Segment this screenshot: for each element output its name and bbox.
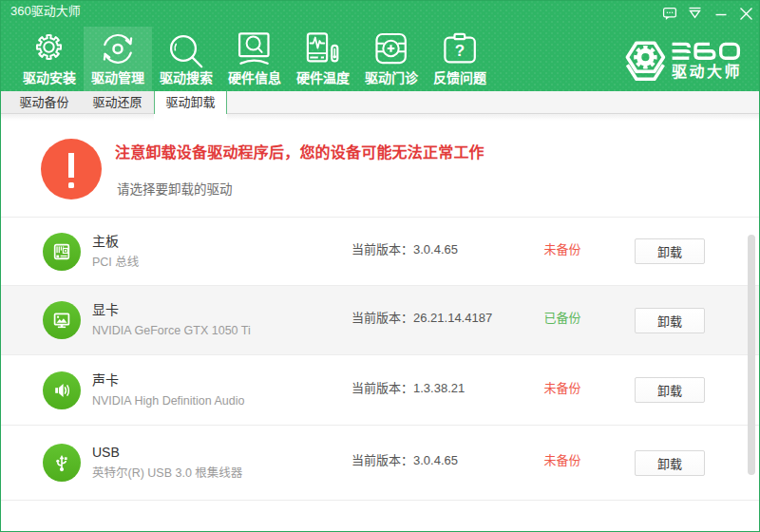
driver-names: 主板 PCI 总线 bbox=[92, 232, 139, 271]
driver-subtitle: 英特尔(R) USB 3.0 根集线器 bbox=[92, 465, 242, 483]
tabbar-filler bbox=[227, 91, 759, 114]
titlebar: 360驱动大师 bbox=[1, 1, 759, 26]
message-icon[interactable] bbox=[656, 1, 682, 26]
hexagon-gear-icon bbox=[621, 40, 669, 84]
refresh-icon bbox=[101, 28, 135, 68]
backup-status: 未备份 bbox=[528, 450, 597, 468]
usb-icon bbox=[43, 444, 81, 482]
driver-names: 显卡 NVIDIA GeForce GTX 1050 Ti bbox=[92, 301, 251, 340]
driver-row-gpu: 显卡 NVIDIA GeForce GTX 1050 Ti 当前版本：26.21… bbox=[1, 286, 759, 355]
svg-text:?: ? bbox=[455, 42, 465, 60]
warning-subtitle: 请选择要卸载的驱动 bbox=[117, 179, 233, 198]
nav-label: 硬件信息 bbox=[220, 71, 289, 85]
gpu-display-icon bbox=[43, 301, 81, 339]
monitor-search-icon bbox=[238, 28, 272, 68]
driver-title: USB bbox=[92, 444, 242, 462]
close-icon[interactable] bbox=[733, 1, 759, 26]
driver-title: 主板 bbox=[92, 232, 139, 250]
window-controls bbox=[656, 1, 759, 26]
driver-names: USB 英特尔(R) USB 3.0 根集线器 bbox=[92, 444, 242, 483]
backup-status: 已备份 bbox=[528, 308, 597, 326]
uninstall-button[interactable]: 卸载 bbox=[635, 450, 705, 476]
nav-label: 驱动搜索 bbox=[152, 71, 220, 85]
search-icon bbox=[169, 28, 203, 68]
nav-item-feedback[interactable]: ? 反馈问题 bbox=[426, 27, 494, 91]
window-title: 360驱动大师 bbox=[10, 5, 81, 17]
scrollbar-thumb[interactable] bbox=[748, 235, 755, 475]
header: 360驱动大师 bbox=[1, 1, 759, 91]
nav-item-driver-search[interactable]: 驱动搜索 bbox=[152, 27, 220, 91]
warning-icon bbox=[41, 139, 102, 200]
driver-list: 主板 PCI 总线 当前版本：3.0.4.65 未备份 卸载 bbox=[1, 217, 759, 501]
backup-status: 未备份 bbox=[528, 377, 597, 395]
tab-driver-restore[interactable]: 驱动还原 bbox=[81, 91, 154, 114]
uninstall-button[interactable]: 卸载 bbox=[635, 308, 705, 333]
warning-panel: 注意卸载设备驱动程序后，您的设备可能无法正常工作 请选择要卸载的驱动 bbox=[1, 114, 759, 217]
gear-icon bbox=[32, 28, 66, 68]
uninstall-button[interactable]: 卸载 bbox=[635, 238, 705, 264]
driver-version: 当前版本：3.0.4.65 bbox=[352, 450, 458, 468]
nav-label: 硬件温度 bbox=[289, 71, 357, 85]
app-window: 360驱动大师 bbox=[0, 0, 760, 532]
content: 注意卸载设备驱动程序后，您的设备可能无法正常工作 请选择要卸载的驱动 bbox=[1, 114, 759, 531]
driver-version: 当前版本：1.3.38.21 bbox=[352, 377, 465, 395]
driver-subtitle: PCI 总线 bbox=[92, 253, 139, 271]
skin-menu-icon[interactable] bbox=[682, 1, 708, 26]
nav-label: 驱动门诊 bbox=[357, 71, 426, 85]
minimize-icon[interactable] bbox=[708, 1, 733, 26]
nav-label: 驱动管理 bbox=[84, 71, 152, 85]
tab-driver-backup[interactable]: 驱动备份 bbox=[8, 91, 81, 114]
driver-title: 显卡 bbox=[92, 301, 251, 319]
driver-row-usb: USB 英特尔(R) USB 3.0 根集线器 当前版本：3.0.4.65 未备… bbox=[1, 426, 759, 501]
driver-version: 当前版本：26.21.14.4187 bbox=[352, 308, 492, 326]
nav-item-driver-clinic[interactable]: 驱动门诊 bbox=[357, 27, 426, 91]
main-nav: 驱动安装 驱动管理 驱动搜索 bbox=[15, 27, 494, 91]
nav-item-hardware-temp[interactable]: 硬件温度 bbox=[289, 27, 357, 91]
driver-row-audio: 声卡 NVIDIA High Definition Audio 当前版本：1.3… bbox=[1, 355, 759, 426]
warning-title: 注意卸载设备驱动程序后，您的设备可能无法正常工作 bbox=[115, 140, 484, 162]
nav-label: 驱动安装 bbox=[15, 71, 84, 85]
motherboard-icon bbox=[43, 233, 81, 271]
driver-subtitle: NVIDIA GeForce GTX 1050 Ti bbox=[92, 322, 251, 340]
tabbar: 驱动备份 驱动还原 驱动卸载 bbox=[1, 91, 759, 114]
speaker-icon bbox=[43, 371, 81, 409]
driver-subtitle: NVIDIA High Definition Audio bbox=[92, 391, 245, 409]
exclamation-dot bbox=[68, 182, 74, 188]
uninstall-button[interactable]: 卸载 bbox=[635, 377, 705, 403]
nav-item-hardware-info[interactable]: 硬件信息 bbox=[220, 27, 289, 91]
clipboard-question-icon: ? bbox=[443, 28, 477, 68]
backup-status: 未备份 bbox=[528, 238, 597, 256]
nav-item-driver-manage[interactable]: 驱动管理 bbox=[84, 27, 152, 91]
exclamation-bar bbox=[68, 153, 74, 178]
thermometer-icon bbox=[306, 28, 340, 68]
driver-names: 声卡 NVIDIA High Definition Audio bbox=[92, 370, 245, 409]
tab-driver-uninstall[interactable]: 驱动卸载 bbox=[154, 91, 227, 114]
first-aid-icon bbox=[374, 28, 408, 68]
logo-subtitle: 驱动大师 bbox=[672, 59, 742, 82]
nav-item-driver-install[interactable]: 驱动安装 bbox=[15, 27, 84, 91]
driver-row-motherboard: 主板 PCI 总线 当前版本：3.0.4.65 未备份 卸载 bbox=[1, 218, 759, 286]
nav-label: 反馈问题 bbox=[426, 71, 494, 85]
driver-title: 声卡 bbox=[92, 370, 245, 389]
driver-version: 当前版本：3.0.4.65 bbox=[352, 238, 458, 256]
